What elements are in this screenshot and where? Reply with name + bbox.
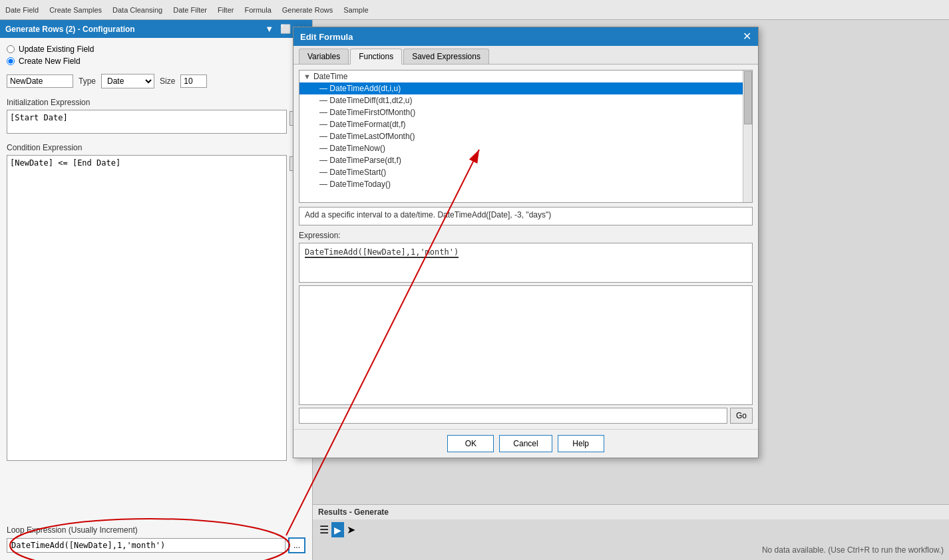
toolbar-formula[interactable]: Formula (244, 6, 271, 14)
dialog-tabs: Variables Functions Saved Expressions (293, 46, 758, 65)
dialog-title: Edit Formula (300, 32, 353, 42)
tree-item-datetimeadd[interactable]: — DateTimeAdd(dt,i,u) (299, 82, 752, 94)
datetime-group-label: DateTime (313, 72, 348, 81)
tree-scrollbar[interactable] (743, 70, 752, 202)
tree-item-datetimelastofmonth[interactable]: — DateTimeLastOfMonth() (299, 130, 752, 142)
tab-saved-expressions[interactable]: Saved Expressions (403, 49, 489, 64)
toolbar-date-filter[interactable]: Date Filter (173, 6, 207, 14)
dialog-body: ▼ DateTime — DateTimeAdd(dt,i,u) — DateT… (293, 65, 758, 429)
tree-item-datetimediff[interactable]: — DateTimeDiff(dt1,dt2,u) (299, 94, 752, 106)
edit-formula-dialog: Edit Formula ✕ Variables Functions Saved… (293, 27, 759, 458)
expression-editor[interactable]: DateTimeAdd([NewDate],1,'month') (299, 243, 753, 283)
description-box: Add a specific interval to a date/time. … (299, 207, 753, 225)
tree-item-datetimenow[interactable]: — DateTimeNow() (299, 142, 752, 154)
tree-item-datetimefirstofmonth[interactable]: — DateTimeFirstOfMonth() (299, 106, 752, 118)
ok-button[interactable]: OK (447, 435, 494, 452)
toolbar-create-samples[interactable]: Create Samples (49, 6, 102, 14)
function-tree[interactable]: ▼ DateTime — DateTimeAdd(dt,i,u) — DateT… (299, 70, 753, 203)
dialog-search-row: Go (299, 408, 753, 424)
expression-label: Expression: (299, 231, 753, 240)
toolbar-data-cleansing[interactable]: Data Cleansing (112, 6, 162, 14)
dialog-footer: OK Cancel Help (293, 429, 758, 458)
datetime-group[interactable]: ▼ DateTime (299, 70, 752, 82)
tree-scrollbar-thumb[interactable] (744, 71, 752, 124)
dialog-search-input[interactable] (299, 408, 727, 424)
dialog-overlay: Edit Formula ✕ Variables Functions Saved… (0, 20, 949, 560)
dialog-go-btn[interactable]: Go (730, 408, 753, 424)
svg-point-3 (10, 519, 289, 560)
cancel-button[interactable]: Cancel (499, 435, 552, 452)
tab-variables[interactable]: Variables (299, 49, 349, 64)
tree-item-datetimestart[interactable]: — DateTimeStart() (299, 166, 752, 178)
tree-item-datetimetoday[interactable]: — DateTimeToday() (299, 178, 752, 190)
toolbar-sample[interactable]: Sample (343, 6, 368, 14)
toolbar-filter[interactable]: Filter (218, 6, 234, 14)
help-button[interactable]: Help (558, 435, 604, 452)
dialog-close-btn[interactable]: ✕ (743, 31, 751, 42)
dialog-titlebar: Edit Formula ✕ (293, 27, 758, 46)
expression-large-area[interactable] (299, 285, 753, 405)
expression-value: DateTimeAdd([NewDate],1,'month') (305, 247, 459, 258)
tree-item-datetimeparse[interactable]: — DateTimeParse(dt,f) (299, 154, 752, 166)
tab-functions[interactable]: Functions (350, 49, 402, 65)
tree-item-datetimeformat[interactable]: — DateTimeFormat(dt,f) (299, 118, 752, 130)
expand-icon: ▼ (303, 72, 311, 80)
main-container: Generate Rows (2) - Configuration ▼ ⬜ ✕ … (0, 20, 949, 560)
toolbar-date-field[interactable]: Date Field (5, 6, 39, 14)
top-toolbar: Date Field Create Samples Data Cleansing… (0, 0, 949, 20)
toolbar-generate-rows[interactable]: Generate Rows (282, 6, 333, 14)
